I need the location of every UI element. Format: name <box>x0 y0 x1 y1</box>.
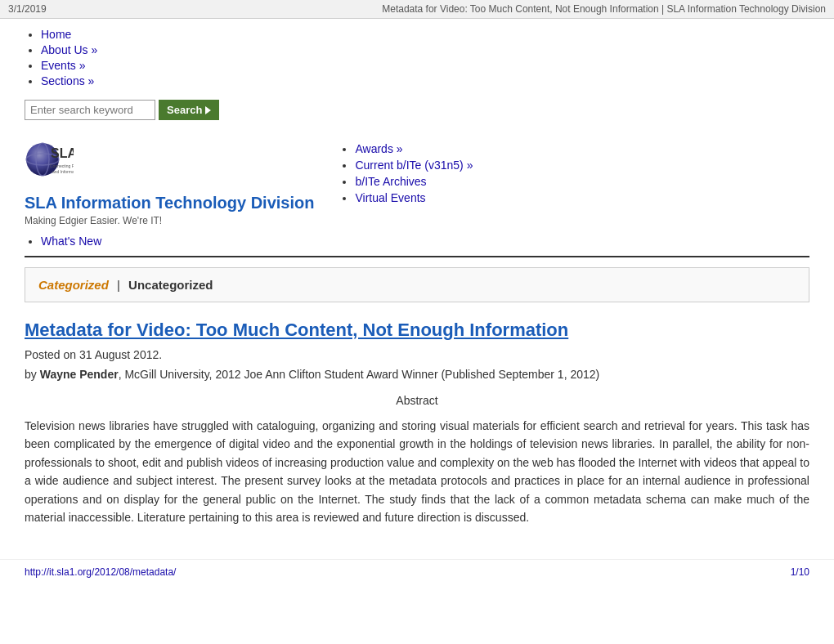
whats-new-list: What's New <box>25 235 101 248</box>
svg-text:SLA: SLA <box>51 146 74 160</box>
site-title[interactable]: SLA Information Technology Division <box>25 192 314 213</box>
browser-title: Metadata for Video: Too Much Content, No… <box>382 3 826 15</box>
nav-item: Events » <box>41 59 834 72</box>
article-title: Metadata for Video: Too Much Content, No… <box>25 315 809 342</box>
right-nav: Awards »Current b/ITe (v31n5) »b/ITe Arc… <box>339 135 473 208</box>
site-subtitle: Making Edgier Easier. We're IT! <box>25 215 314 226</box>
top-nav: HomeAbout Us »Events »Sections » <box>0 19 834 93</box>
author-prefix: by <box>25 368 40 381</box>
browser-date: 3/1/2019 <box>8 3 47 15</box>
nav-item: Home <box>41 28 834 41</box>
right-nav-item: Virtual Events <box>355 191 473 204</box>
svg-text:Connecting People: Connecting People <box>50 163 74 168</box>
categorized-link[interactable]: Categorized <box>38 278 109 292</box>
category-box: Categorized | Uncategorized <box>25 267 809 302</box>
right-nav-link[interactable]: b/ITe Archives <box>355 175 426 188</box>
nav-link[interactable]: About Us » <box>41 43 97 56</box>
article-author: by Wayne Pender, McGill University, 2012… <box>25 368 809 381</box>
nav-item: About Us » <box>41 43 834 56</box>
sla-logo-icon: SLA Connecting People and Information <box>25 135 74 184</box>
right-nav-link[interactable]: Current b/ITe (v31n5) » <box>355 159 473 172</box>
logo-area: SLA Connecting People and Information SL… <box>25 135 314 226</box>
footer-url[interactable]: http://it.sla1.org/2012/08/metadata/ <box>25 566 176 578</box>
footer-bar: http://it.sla1.org/2012/08/metadata/ 1/1… <box>0 559 834 584</box>
svg-text:and Information: and Information <box>52 169 74 174</box>
logo-box: SLA Connecting People and Information <box>25 135 314 184</box>
right-nav-item: Current b/ITe (v31n5) » <box>355 159 473 172</box>
article: Metadata for Video: Too Much Content, No… <box>0 315 834 526</box>
search-bar: Search <box>0 93 834 127</box>
nav-link[interactable]: Sections » <box>41 74 94 87</box>
abstract-heading: Abstract <box>25 394 809 407</box>
author-suffix: , McGill University, 2012 Joe Ann Clifto… <box>119 368 600 381</box>
right-nav-item: Awards » <box>355 142 473 155</box>
footer-page: 1/10 <box>791 566 809 578</box>
site-title-link[interactable]: SLA Information Technology Division <box>25 192 314 213</box>
article-title-link[interactable]: Metadata for Video: Too Much Content, No… <box>25 320 568 340</box>
whats-new-section: What's New <box>0 226 834 248</box>
author-name: Wayne Pender <box>40 368 119 381</box>
right-nav-item: b/ITe Archives <box>355 175 473 188</box>
main-divider <box>25 256 809 257</box>
article-meta: Posted on 31 August 2012. <box>25 348 809 361</box>
search-arrow-icon <box>205 106 211 114</box>
nav-item: Sections » <box>41 74 834 87</box>
nav-link[interactable]: Events » <box>41 59 85 72</box>
whats-new-link[interactable]: What's New <box>41 235 101 248</box>
search-button-label: Search <box>167 104 202 116</box>
category-value: Uncategorized <box>128 278 213 292</box>
right-nav-link[interactable]: Virtual Events <box>355 191 425 204</box>
abstract-text: Television news libraries have struggled… <box>25 417 809 526</box>
search-input[interactable] <box>25 100 155 120</box>
search-button[interactable]: Search <box>159 100 219 120</box>
browser-bar: 3/1/2019 Metadata for Video: Too Much Co… <box>0 0 834 19</box>
category-separator: | <box>117 278 120 292</box>
header-section: SLA Connecting People and Information SL… <box>0 127 834 226</box>
right-nav-link[interactable]: Awards » <box>355 142 402 155</box>
nav-link[interactable]: Home <box>41 28 71 41</box>
